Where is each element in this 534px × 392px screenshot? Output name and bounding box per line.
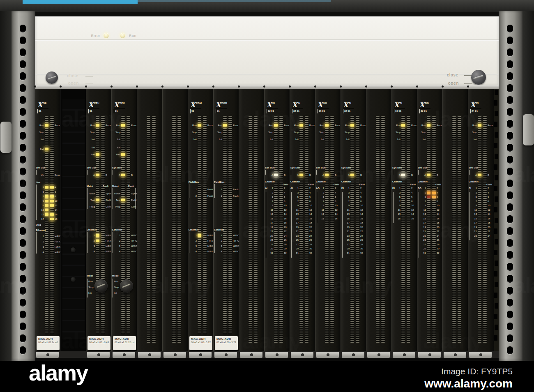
ethernet-port-number: 4 [214,250,222,253]
rail-screw [263,85,265,88]
channel-number: 32 [437,252,440,255]
channel-number: 14 [411,213,414,216]
channel-number: 13 [392,213,400,216]
status-label: Stop [35,131,44,134]
channel-number: 3 [265,191,273,194]
channel-number: 8 [360,200,361,203]
maint-label: Maint [112,185,119,188]
status-label: Init [290,138,299,141]
channel-number: 14 [488,213,490,216]
image-id-text: Image ID: FY9TP5 [441,367,513,376]
channel-number: 16 [360,217,363,220]
channel-number: 6 [437,196,438,198]
ethernet-port-number: 4 [35,251,44,254]
channel-number: 16 [411,217,414,220]
rail-hole [20,37,26,44]
vent-hole [495,218,498,223]
status-led [325,124,329,127]
module-logo-x: X [190,101,195,109]
ethernet-label: Ethernet [214,228,224,231]
fault-label: Fault [103,185,108,188]
module-title: XCOM01 [216,101,237,114]
channel-number: 15 [315,217,324,220]
module-type-label: CPU [120,102,125,104]
module-logo-x: X [37,101,42,109]
channel-number: 5 [315,196,324,198]
status-label: Init [341,138,350,141]
channel-label: Channel [418,180,428,183]
vent-hole [494,143,497,148]
ethernet-port-number: 3 [214,245,222,248]
handle-screw [123,353,126,356]
module-number-label: 01 [191,110,194,112]
channel-number: 16 [335,217,338,220]
channel-number: 24 [360,235,363,238]
sysbus-label: Sys Bus [265,166,275,169]
channel-number: 32 [360,252,363,255]
channel-number: 11 [265,209,273,212]
channel-number: 11 [468,209,477,212]
rail-hole [20,323,26,330]
channel-number: 29 [290,247,299,250]
rail-hole [20,144,26,152]
channel-number: 7 [265,200,273,203]
module-logo-x: X [343,101,348,109]
rail-screw [289,85,291,88]
module-bottom-handle [214,352,237,358]
right-latch [523,114,534,145]
watermark-tile: alamy [62,106,120,131]
watermark-tile: alamy [0,272,30,298]
handle-screw [454,353,457,356]
channel-number: 20 [488,226,490,229]
status-led [274,174,278,176]
rail-screw [365,85,367,88]
status-label: Rail [112,153,120,156]
watermark-tile: alamy [152,161,211,187]
status-label: Error [131,124,136,127]
mac-adr-label: MAC-ADR [216,337,236,340]
channel-number: 16 [488,217,490,220]
channel-number: 2 [360,187,361,190]
watermark-tile: alamy [242,106,301,131]
module-bottom-handle [393,352,415,358]
watermark-tile: alamy [62,217,120,242]
status-label: Init [112,138,120,141]
channel-number: 6 [411,196,412,198]
channel-number: 10 [335,204,338,207]
channel-number: 22 [488,230,490,233]
bracket-line [87,279,87,297]
title-tick [190,109,191,113]
status-label: Init [392,138,400,141]
mode-knob [120,279,133,293]
ethernet-port-number: 1 [214,234,222,237]
channel-number: 7 [290,200,299,203]
status-led [45,148,48,150]
channel-number: 6 [360,196,361,198]
channel-number: 4 [284,191,285,194]
channel-label: Channel [392,180,402,183]
vent-hole [494,100,497,106]
rail-hole [507,132,513,140]
channel-label: Channel [265,180,275,183]
module-bottom-handle [163,352,186,358]
sysbus-b-label: B [488,174,489,177]
channel-number: 9 [341,204,350,207]
channel-number: 2 [488,187,489,190]
mode-option-label: Init [114,292,117,295]
status-led [427,196,430,198]
channel-number: 7 [392,200,400,203]
rail-screw [212,85,214,88]
channel-number: 31 [417,252,426,255]
channel-number: 20 [309,226,312,229]
rail-hole [507,346,513,354]
slot-number: 15 [35,213,44,216]
slot-number: 7 [35,195,44,198]
watermark-tile: alamy [0,161,30,187]
module-type-label: COM [221,102,227,104]
channel-number: 14 [284,213,287,216]
rail-screw [238,85,240,88]
screw-slot [473,75,483,79]
led-strip [223,116,227,334]
channel-number: 7 [417,200,426,203]
status-label: Run [214,124,222,127]
